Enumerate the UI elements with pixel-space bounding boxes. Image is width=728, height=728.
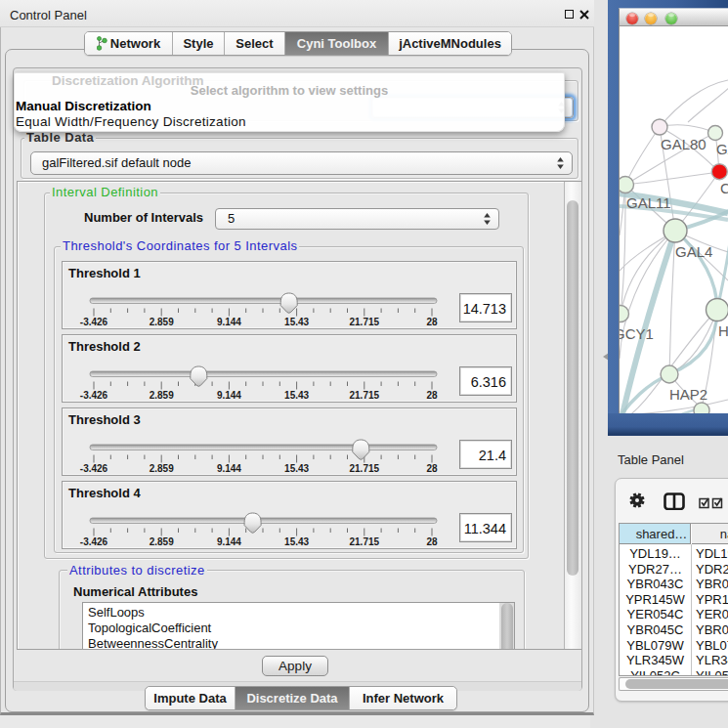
svg-text:9.144: 9.144 <box>217 463 241 474</box>
svg-text:28: 28 <box>426 536 438 547</box>
svg-text:28: 28 <box>426 317 438 327</box>
svg-text:2.859: 2.859 <box>150 463 174 474</box>
svg-text:15.43: 15.43 <box>284 463 309 474</box>
svg-text:C: C <box>720 180 728 196</box>
svg-text:15.43: 15.43 <box>284 317 309 327</box>
svg-text:GCY1: GCY1 <box>620 325 654 342</box>
svg-text:21.715: 21.715 <box>350 463 380 474</box>
svg-text:HAP2: HAP2 <box>669 386 707 403</box>
svg-text:9.144: 9.144 <box>217 536 241 547</box>
svg-text:2.859: 2.859 <box>150 536 174 547</box>
svg-text:GA: GA <box>716 141 728 157</box>
svg-text:15.43: 15.43 <box>284 390 309 401</box>
svg-text:-3.426: -3.426 <box>80 463 108 474</box>
svg-text:28: 28 <box>426 463 438 474</box>
svg-text:-3.426: -3.426 <box>80 536 108 547</box>
svg-text:-3.426: -3.426 <box>80 317 108 327</box>
svg-text:28: 28 <box>426 390 438 401</box>
svg-text:GAL11: GAL11 <box>626 194 671 211</box>
svg-text:21.715: 21.715 <box>350 536 380 547</box>
svg-text:2.859: 2.859 <box>150 390 174 401</box>
svg-text:H: H <box>718 322 728 339</box>
svg-text:9.144: 9.144 <box>217 390 241 401</box>
svg-text:GAL4: GAL4 <box>675 243 712 260</box>
svg-text:2.859: 2.859 <box>150 317 174 327</box>
svg-text:21.715: 21.715 <box>350 317 380 327</box>
svg-text:15.43: 15.43 <box>284 536 309 547</box>
svg-text:-3.426: -3.426 <box>80 390 108 401</box>
svg-text:GAL80: GAL80 <box>661 136 707 152</box>
svg-text:9.144: 9.144 <box>217 317 241 327</box>
svg-text:21.715: 21.715 <box>350 390 380 401</box>
